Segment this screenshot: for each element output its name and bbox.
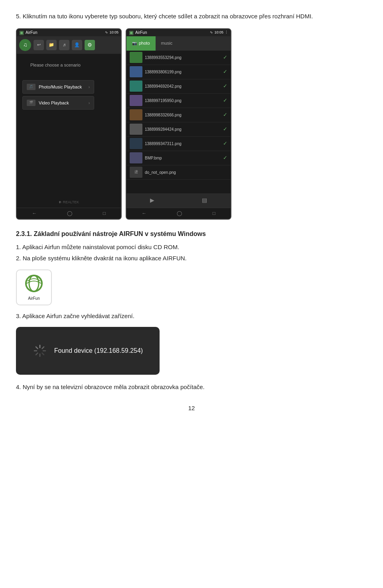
svg-point-1	[29, 275, 39, 291]
home-btn[interactable]: ◯	[67, 210, 72, 217]
photo-tab-label: photo	[139, 40, 150, 47]
file-item-8[interactable]: 进 do_not_open.png	[126, 165, 231, 180]
time-display: 10:05	[109, 30, 118, 35]
file-thumb-7	[130, 152, 142, 163]
found-device-text: Found device (192.168.59.254)	[54, 346, 143, 356]
left-phone-screen: ▣ AirFun ∿ 10:05 ♫ ↩ 📁 ♬ 👤 ⚙ Please choo…	[16, 28, 122, 220]
airfun-svg-icon	[24, 273, 44, 294]
spinner-icon	[33, 344, 47, 358]
file-thumb-2	[130, 81, 142, 92]
file-name-1: 1388993806199.png	[145, 69, 221, 75]
photo-music-icon: 🎵	[27, 84, 36, 90]
right-status-icons: ∿ 10:05 ⋮	[210, 30, 228, 35]
file-name-8: do_not_open.png	[145, 169, 227, 175]
file-item-1[interactable]: 1388993806199.png ✓	[126, 65, 231, 79]
file-name-0: 1388993553294.png	[145, 55, 221, 61]
file-name-2: 1388994692042.png	[145, 83, 221, 89]
step-4-text: 4. Nyní by se na televizní obrazovce měl…	[16, 383, 367, 392]
right-wifi-icon: ∿	[210, 30, 213, 35]
check-icon-1: ✓	[223, 68, 227, 76]
right-home-btn[interactable]: ◯	[177, 210, 182, 217]
file-item-5[interactable]: 1388999284424.png ✓	[126, 122, 231, 137]
file-thumb-5	[130, 124, 142, 135]
step-2-number: 2.	[16, 255, 21, 262]
file-item-2[interactable]: 1388994692042.png ✓	[126, 79, 231, 94]
svg-point-0	[26, 275, 42, 291]
left-status-icons: ∿ 10:05	[105, 30, 118, 35]
file-item-3[interactable]: 1388997195950.png ✓	[126, 94, 231, 108]
check-icon-0: ✓	[223, 53, 227, 61]
photo-music-playback-item[interactable]: 🎵 Photo/Music Playback ›	[22, 80, 94, 94]
file-item-0[interactable]: 1388993553294.png ✓	[126, 51, 231, 65]
step-4-body: Nyní by se na televizní obrazovce měla z…	[23, 383, 205, 390]
check-icon-3: ✓	[223, 96, 227, 104]
right-back-btn[interactable]: ←	[142, 210, 146, 217]
right-app-title: ▣ AirFun	[129, 29, 147, 37]
check-icon-2: ✓	[223, 82, 227, 90]
step-3-text: 3. Aplikace Airfun začne vyhledávat zaří…	[16, 312, 367, 321]
step-3-body: Aplikace Airfun začne vyhledávat zařízen…	[22, 313, 134, 319]
step-4-number: 4.	[16, 383, 21, 390]
check-icon-6: ✓	[223, 140, 227, 147]
right-bottom-bar: ▶ ▤	[126, 193, 231, 208]
realtek-text: REALTEK	[63, 200, 79, 204]
file-thumb-6	[130, 138, 142, 149]
right-app-icon: ▣	[129, 29, 134, 37]
wifi-icon: ∿	[105, 30, 108, 35]
left-content: Please choose a scenario 🎵 Photo/Music P…	[17, 54, 121, 200]
person-icon: 👤	[72, 40, 82, 50]
file-item-7[interactable]: BMP.bmp ✓	[126, 151, 231, 165]
file-thumb-4	[130, 109, 142, 120]
step-3-number: 3.	[16, 313, 21, 319]
chevron-right-icon-2: ›	[89, 100, 90, 106]
gear-icon: ⚙	[85, 40, 95, 50]
video-icon: 🎬	[27, 100, 36, 106]
file-name-6: 1388999347311.png	[145, 141, 221, 147]
svg-line-7	[42, 353, 44, 355]
right-tabs: 📷 photo music	[126, 36, 231, 51]
photo-music-label: Photo/Music Playback	[39, 84, 82, 90]
right-app-name: AirFun	[135, 29, 147, 35]
step-2-text: 2. Na ploše systému klikněte dvakrát na …	[16, 254, 367, 263]
step-1-number: 1.	[16, 244, 21, 250]
file-thumb-3	[130, 95, 142, 106]
left-app-icon: ▣	[19, 29, 24, 37]
file-thumb-1	[130, 66, 142, 77]
recent-btn[interactable]: □	[103, 210, 106, 217]
right-recent-btn[interactable]: □	[213, 210, 215, 217]
left-nav-bar: ← ◯ □	[17, 208, 121, 219]
cast-btn[interactable]: ▤	[202, 196, 207, 205]
tab-music[interactable]: music	[156, 36, 178, 51]
page-number: 12	[16, 404, 367, 413]
airfun-logo-icon: ♫	[19, 39, 31, 51]
intro-text: 5. Kliknutím na tuto ikonu vyberete typ …	[16, 12, 367, 21]
step-2-body: Na ploše systému klikněte dvakrát na iko…	[23, 255, 187, 262]
check-icon-5: ✓	[223, 125, 227, 133]
share-icon: ↩	[34, 40, 44, 50]
file-item-6[interactable]: 1388999347311.png ✓	[126, 137, 231, 151]
folder-icon: 📁	[46, 40, 57, 50]
left-app-name: AirFun	[26, 29, 37, 35]
left-toolbar: ♫ ↩ 📁 ♬ 👤 ⚙	[17, 36, 121, 54]
file-name-7: BMP.bmp	[145, 155, 221, 161]
found-device-box: Found device (192.168.59.254)	[16, 327, 160, 375]
right-time-display: 10:05	[214, 30, 223, 35]
please-choose-text: Please choose a scenario	[30, 62, 81, 69]
music-icon: ♬	[59, 40, 69, 50]
file-name-5: 1388999284424.png	[145, 126, 221, 132]
step-1-text: 1. Aplikaci Airfun můžete nainstalovat p…	[16, 243, 367, 252]
airfun-icon-box: AirFun	[16, 269, 52, 305]
left-status-bar: ▣ AirFun ∿ 10:05	[17, 29, 121, 36]
tab-photo[interactable]: 📷 photo	[126, 36, 156, 51]
section-231-heading: 2.3.1. Základní používání nástroje AIRFU…	[16, 229, 367, 239]
file-list: 1388993553294.png ✓ 1388993806199.png ✓ …	[126, 51, 231, 193]
left-body: Please choose a scenario 🎵 Photo/Music P…	[17, 54, 121, 208]
right-phone-screen: ▣ AirFun ∿ 10:05 ⋮ 📷 photo music 1388993	[126, 28, 231, 220]
play-btn[interactable]: ▶	[150, 196, 154, 205]
svg-line-8	[42, 347, 44, 349]
back-btn[interactable]: ←	[32, 210, 37, 217]
check-icon-7: ✓	[223, 154, 227, 162]
video-playback-item[interactable]: 🎬 Video Playback ›	[22, 96, 94, 110]
screenshots-row: ▣ AirFun ∿ 10:05 ♫ ↩ 📁 ♬ 👤 ⚙ Please choo…	[16, 28, 367, 220]
file-item-4[interactable]: 1388998332666.png ✓	[126, 108, 231, 122]
